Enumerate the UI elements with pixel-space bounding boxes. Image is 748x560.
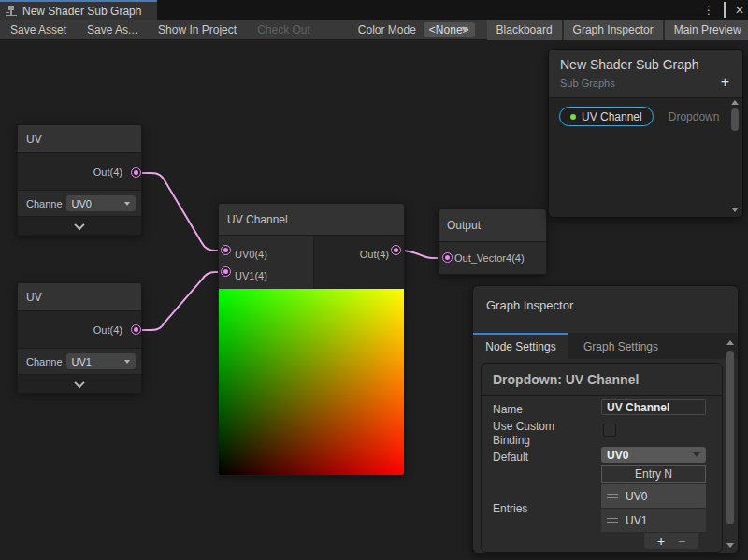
- port-uvchannel-in-uv0[interactable]: [221, 245, 231, 255]
- channel-dropdown[interactable]: UV0: [66, 195, 136, 211]
- channel-label: Channe: [26, 198, 63, 209]
- node-title: UV: [18, 125, 141, 153]
- blackboard-title: New Shader Sub Graph: [560, 57, 731, 72]
- use-custom-binding-checkbox[interactable]: [603, 424, 616, 437]
- entry-value: UV1: [626, 514, 647, 527]
- uv-gradient-preview: [219, 289, 404, 475]
- port-label: Out_Vector4(4): [454, 252, 525, 264]
- blackboard-panel[interactable]: New Shader Sub Graph Sub Graphs + UV Cha…: [548, 49, 743, 218]
- inspector-scrollbar[interactable]: [726, 340, 735, 550]
- add-entry-button[interactable]: +: [657, 535, 665, 548]
- chevron-down-icon: [74, 377, 84, 387]
- node-uv-channel[interactable]: UV Channel UV0(4) UV1(4) Out(4): [218, 203, 405, 476]
- node-uv-top[interactable]: UV Out(4) Channe UV0: [17, 124, 142, 236]
- channel-value: UV1: [72, 356, 92, 367]
- entry-value: UV0: [626, 490, 647, 503]
- chevron-down-icon: [693, 452, 700, 457]
- tab-graph-settings[interactable]: Graph Settings: [568, 335, 673, 359]
- name-value: UV Channel: [607, 401, 669, 414]
- port-output-in[interactable]: [442, 252, 453, 263]
- port-label: UV0(4): [219, 243, 313, 265]
- node-title: UV: [18, 283, 141, 311]
- scroll-up-icon[interactable]: [726, 340, 734, 345]
- port-uvchannel-in-uv1[interactable]: [221, 266, 231, 277]
- drag-handle-icon[interactable]: [607, 518, 618, 523]
- section-title: Dropdown: UV Channel: [482, 364, 722, 396]
- node-title: UV Channel: [219, 204, 404, 236]
- blackboard-item-row: UV Channel Dropdown: [549, 98, 742, 126]
- port-label: Out(4): [94, 324, 122, 336]
- property-type: Dropdown: [669, 110, 720, 123]
- channel-dropdown[interactable]: UV1: [66, 353, 136, 369]
- blackboard-scrollbar[interactable]: [731, 100, 740, 214]
- port-label: Out(4): [314, 243, 404, 265]
- default-label: Default: [493, 451, 528, 465]
- name-label: Name: [493, 403, 523, 417]
- entry-row-uv0[interactable]: UV0: [601, 484, 706, 508]
- entries-label: Entries: [493, 502, 527, 516]
- property-name: UV Channel: [582, 110, 642, 123]
- node-title: Output: [439, 209, 546, 242]
- node-uv-bottom[interactable]: UV Out(4) Channe UV1: [17, 282, 142, 394]
- node-settings-section: Dropdown: UV Channel Name UV Channel Use…: [481, 363, 723, 553]
- chevron-down-icon: [74, 219, 84, 229]
- channel-value: UV0: [72, 198, 92, 209]
- binding-label-line1: Use Custom: [493, 420, 554, 433]
- remove-entry-button[interactable]: −: [678, 535, 685, 548]
- collapse-button[interactable]: [18, 217, 141, 235]
- edge-uv1[interactable]: [137, 272, 223, 330]
- binding-label-line2: Binding: [493, 434, 530, 447]
- drag-handle-icon[interactable]: [607, 494, 618, 498]
- scroll-down-icon[interactable]: [731, 208, 739, 212]
- entry-list-header: Entry N: [601, 465, 706, 483]
- inspector-title: Graph Inspector: [486, 298, 573, 312]
- port-label: UV1(4): [219, 265, 313, 286]
- port-uvchannel-out[interactable]: [391, 245, 401, 255]
- entry-list-footer: + −: [644, 533, 698, 549]
- blackboard-header: New Shader Sub Graph Sub Graphs +: [549, 50, 742, 98]
- default-dropdown[interactable]: UV0: [601, 447, 706, 463]
- port-uv-bottom-out[interactable]: [131, 324, 141, 335]
- use-custom-binding-label: Use Custom Binding: [493, 420, 586, 448]
- graph-inspector-panel[interactable]: Graph Inspector Node Settings Graph Sett…: [472, 285, 739, 553]
- tab-node-settings[interactable]: Node Settings: [473, 333, 568, 359]
- channel-label: Channe: [26, 356, 63, 367]
- scroll-up-icon[interactable]: [731, 100, 739, 105]
- inspector-tabstrip: Node Settings Graph Settings: [473, 333, 738, 359]
- chevron-down-icon: [124, 202, 130, 206]
- property-pill-uv-channel[interactable]: UV Channel: [559, 107, 654, 126]
- add-property-button[interactable]: +: [721, 75, 729, 90]
- scroll-down-icon[interactable]: [726, 543, 734, 548]
- scrollbar-thumb[interactable]: [731, 108, 739, 131]
- edge-uv0[interactable]: [137, 173, 223, 251]
- blackboard-subtitle: Sub Graphs: [560, 78, 731, 89]
- name-input[interactable]: UV Channel: [601, 399, 706, 415]
- exposed-dot-icon: [570, 114, 576, 120]
- collapse-button[interactable]: [18, 375, 141, 393]
- chevron-down-icon: [124, 360, 130, 364]
- port-uv-top-out[interactable]: [131, 167, 141, 178]
- node-output[interactable]: Output Out_Vector4(4): [438, 208, 547, 275]
- entry-row-uv1[interactable]: UV1: [601, 509, 706, 532]
- port-label: Out(4): [94, 166, 122, 178]
- scrollbar-thumb[interactable]: [726, 351, 734, 524]
- default-value: UV0: [607, 449, 628, 462]
